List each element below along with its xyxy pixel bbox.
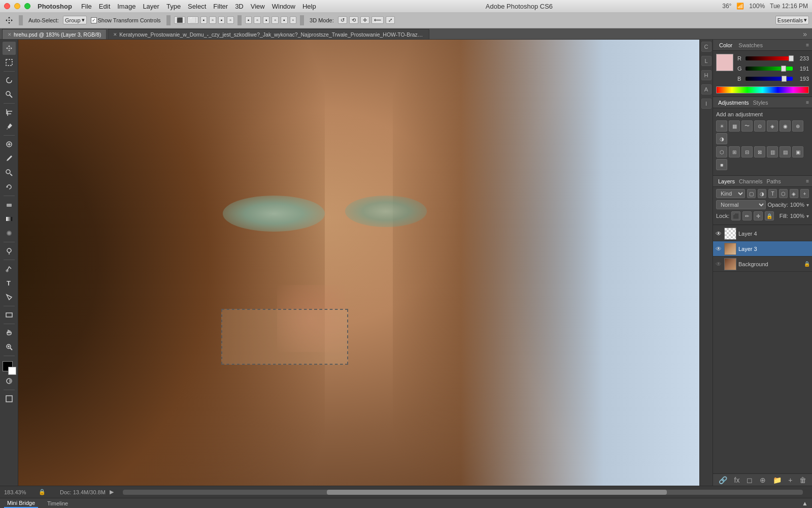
menu-3d[interactable]: 3D (235, 3, 244, 10)
new-adj-layer-btn[interactable]: ⊕ (760, 476, 766, 484)
selective-col-adj-icon[interactable]: ▣ (792, 146, 803, 157)
align-left-btn[interactable]: ⬛ (174, 16, 185, 24)
menu-view[interactable]: View (251, 3, 265, 10)
3d-slide-btn[interactable]: ⟵ (371, 16, 384, 24)
distribute-left-btn[interactable]: ▪ (245, 16, 252, 24)
mini-bridge-expand-btn[interactable]: ▲ (802, 500, 808, 507)
add-mask-btn[interactable]: ◻ (747, 476, 753, 484)
menu-type[interactable]: Type (166, 3, 181, 10)
mini-bridge-tab[interactable]: Mini Bridge (4, 499, 38, 508)
delete-layer-btn[interactable]: 🗑 (799, 476, 806, 484)
layers-tab[interactable]: Layers (716, 178, 737, 184)
photo-filter-adj-icon[interactable]: ⬡ (716, 146, 727, 157)
layer-filter-shape-btn[interactable]: ⬡ (779, 189, 788, 198)
g-slider-track[interactable] (746, 67, 793, 71)
paths-tab[interactable]: Paths (765, 178, 783, 184)
dodge-tool[interactable] (3, 244, 16, 258)
layer-item-3[interactable]: 👁 Layer 3 (713, 241, 812, 257)
channel-mix-adj-icon[interactable]: ⊞ (729, 146, 740, 157)
lock-all-btn[interactable]: 🔒 (765, 211, 774, 220)
lock-paint-btn[interactable]: ✏ (742, 211, 752, 220)
threshold-adj-icon[interactable]: ▥ (767, 146, 778, 157)
spot-heal-tool[interactable] (3, 138, 16, 151)
close-tab-icon-2[interactable]: ✕ (113, 32, 117, 37)
color-panel-btn[interactable]: C (701, 42, 712, 52)
text-tool[interactable]: T (3, 276, 16, 290)
layer-filter-type-btn[interactable]: T (768, 189, 777, 198)
lock-position-btn[interactable]: ✛ (754, 211, 763, 220)
history-brush-tool[interactable] (3, 180, 16, 194)
layers-panel-btn[interactable]: L (701, 56, 712, 66)
timeline-tab[interactable]: Timeline (44, 499, 71, 507)
color-bal-adj-icon[interactable]: ⊕ (792, 120, 803, 132)
minimize-button[interactable] (14, 3, 20, 9)
posterize-adj-icon[interactable]: ⊠ (754, 146, 765, 157)
layers-panel-close[interactable]: ≡ (806, 178, 809, 184)
layer-4-visibility-toggle[interactable]: 👁 (715, 230, 722, 237)
brightness-adj-icon[interactable]: ☀ (716, 120, 727, 132)
history-panel-btn[interactable]: H (701, 70, 712, 80)
menu-help[interactable]: Help (302, 3, 316, 10)
menu-image[interactable]: Image (117, 3, 136, 10)
eraser-tool[interactable] (3, 198, 16, 211)
menu-edit[interactable]: Edit (99, 3, 110, 10)
brush-tool[interactable] (3, 152, 16, 165)
b-slider-track[interactable] (746, 77, 793, 81)
3d-pan-btn[interactable]: ✛ (360, 16, 369, 24)
align-right-btn[interactable]: ▪ (200, 16, 208, 24)
channels-tab[interactable]: Channels (737, 178, 764, 184)
info-panel-btn[interactable]: I (701, 99, 712, 109)
adj-panel-close[interactable]: ≡ (806, 100, 809, 105)
selection-tool[interactable] (3, 56, 16, 69)
b-slider-thumb[interactable] (782, 76, 787, 82)
align-middle-btn[interactable]: ▪ (218, 16, 225, 24)
quick-mask-tool[interactable] (3, 374, 16, 388)
curves-adj-icon[interactable]: 〜 (741, 120, 753, 132)
distribute-bot-btn[interactable]: ▫ (290, 16, 297, 24)
exposure-adj-icon[interactable]: ⊙ (754, 120, 765, 132)
new-layer-btn[interactable]: + (788, 476, 792, 484)
layer-filter-pixel-btn[interactable]: ▢ (747, 189, 756, 198)
close-button[interactable] (4, 3, 10, 9)
crop-tool[interactable] (3, 106, 16, 119)
hue-sat-adj-icon[interactable]: ◉ (780, 120, 791, 132)
hand-tool[interactable] (3, 326, 16, 339)
styles-tab[interactable]: Styles (751, 100, 770, 106)
gradient-tool[interactable] (3, 212, 16, 226)
align-top-btn[interactable]: ▫ (209, 16, 216, 24)
new-group-btn[interactable]: 📁 (773, 476, 782, 484)
invert-adj-icon[interactable]: ⊟ (741, 146, 753, 157)
3d-rotate-btn[interactable]: ↺ (338, 16, 347, 24)
color-preview-swatch[interactable] (716, 54, 733, 71)
levels-adj-icon[interactable]: ▦ (729, 120, 740, 132)
move-tool[interactable] (3, 42, 16, 55)
gradient-map-adj-icon[interactable]: ▤ (780, 146, 791, 157)
menu-layer[interactable]: Layer (143, 3, 159, 10)
fill-arrow[interactable]: ▾ (806, 213, 809, 219)
layer-item-4[interactable]: 👁 Layer 4 (713, 226, 812, 241)
magic-wand-tool[interactable] (3, 88, 16, 101)
background-color[interactable] (8, 367, 16, 375)
solid-col-adj-icon[interactable]: ■ (716, 159, 727, 170)
foreground-color[interactable] (3, 361, 13, 371)
layer-filter-more-btn[interactable]: + (800, 189, 809, 198)
color-swatches[interactable] (3, 359, 16, 372)
actions-panel-btn[interactable]: A (701, 84, 712, 94)
3d-scale-btn[interactable]: ⤢ (386, 16, 395, 24)
color-tab[interactable]: Color (716, 42, 735, 48)
menu-file[interactable]: File (81, 3, 92, 10)
pen-tool[interactable] (3, 262, 16, 275)
distribute-top-btn[interactable]: ▫ (272, 16, 279, 24)
maximize-button[interactable] (24, 3, 30, 9)
bg-visibility-toggle[interactable]: 👁 (715, 261, 722, 268)
link-layers-btn[interactable]: 🔗 (719, 476, 727, 484)
align-bottom-btn[interactable]: ▫ (227, 16, 234, 24)
distribute-right-btn[interactable]: ▪ (263, 16, 270, 24)
move-tool-icon[interactable] (3, 15, 15, 25)
auto-select-dropdown[interactable]: Group ▾ (63, 16, 87, 24)
swatches-tab[interactable]: Swatches (735, 42, 766, 48)
workspace-dropdown[interactable]: Essentials ▾ (775, 16, 809, 24)
lasso-tool[interactable] (3, 74, 16, 87)
adjustments-tab[interactable]: Adjustments (716, 100, 751, 106)
lock-pixels-btn[interactable]: ⬛ (731, 211, 740, 220)
